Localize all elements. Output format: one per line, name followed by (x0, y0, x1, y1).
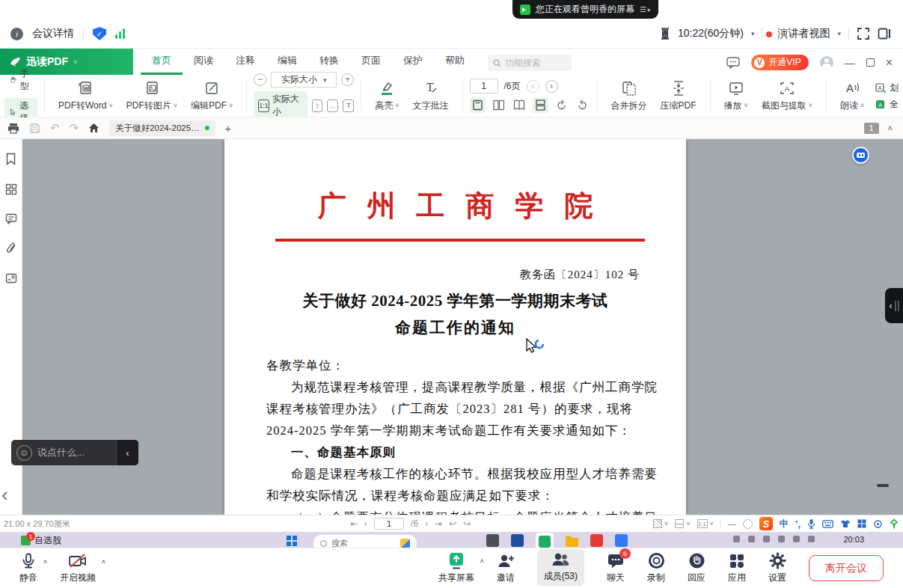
taskbar-app-icon[interactable] (511, 534, 524, 547)
attachment-icon[interactable] (6, 242, 16, 255)
book-view-button[interactable] (512, 97, 527, 113)
ai-assistant-button[interactable] (852, 147, 869, 164)
collapse-chat-button[interactable]: ‹ (116, 440, 138, 465)
play-button[interactable]: 播放˅ (717, 80, 755, 112)
settings-button[interactable]: 设置 (768, 552, 786, 584)
home-button[interactable] (88, 123, 100, 133)
tab-protect[interactable]: 保护 (392, 54, 434, 75)
avatar[interactable] (820, 56, 833, 70)
last-page-button[interactable]: ⇥ (435, 518, 442, 529)
new-tab-button[interactable]: + (224, 122, 231, 135)
share-screen-button[interactable]: ˄ 共享屏幕 (438, 552, 474, 584)
chevron-up-icon[interactable]: ˄ (102, 558, 105, 566)
scroll-indicator[interactable] (877, 484, 889, 487)
ime-skin-icon[interactable] (840, 519, 851, 528)
print-button[interactable] (7, 123, 19, 134)
view-forward-button[interactable]: ↪ (463, 518, 471, 529)
side-panel-icon[interactable] (878, 28, 891, 40)
function-search-input[interactable] (505, 58, 565, 68)
pdf-to-word-button[interactable]: W PDF转Word˅ (52, 80, 120, 112)
view-mode-label[interactable]: 演讲者视图 (777, 27, 830, 40)
two-page-view-button[interactable] (491, 97, 506, 113)
ime-punctuation[interactable]: ’, (795, 518, 801, 530)
page-fit-select[interactable]: ˅ (675, 519, 690, 528)
zoom-level-select[interactable]: 实际大小 ▾ (271, 72, 337, 88)
chat-button[interactable]: 6 聊天 (607, 553, 625, 584)
system-tray[interactable] (733, 536, 815, 542)
taskbar-folder-icon[interactable] (566, 534, 578, 547)
pdf-to-image-button[interactable]: PDF转图片˅ (120, 80, 184, 112)
edit-pdf-button[interactable]: 编辑PDF˅ (184, 80, 239, 112)
members-button[interactable]: 成员(53) (537, 549, 584, 586)
taskbar-app-icon[interactable] (486, 534, 499, 547)
ime-toolbox-icon[interactable] (857, 519, 866, 528)
sogou-ime-icon[interactable]: S (759, 517, 773, 530)
leave-meeting-button[interactable]: 离开会议 (809, 555, 884, 581)
mute-button[interactable]: ˄ 静音 (19, 553, 37, 584)
zoom-in-button[interactable]: + (341, 73, 354, 86)
info-icon[interactable]: i (10, 28, 23, 40)
function-search[interactable] (488, 55, 572, 71)
tab-home[interactable]: 首页 (141, 54, 183, 75)
invite-button[interactable]: 邀请 (497, 553, 515, 584)
taskbar-active-app[interactable] (536, 533, 554, 548)
stock-widget[interactable]: 1 自选股 (21, 534, 61, 547)
minimize-button[interactable]: — (845, 57, 855, 69)
vip-button[interactable]: V 开通VIP (751, 55, 808, 70)
page-number-input[interactable] (470, 79, 498, 94)
ime-keyboard-icon[interactable] (822, 520, 833, 528)
tab-help[interactable]: 帮助 (434, 54, 476, 75)
background-style-select[interactable]: ˅ (653, 519, 668, 528)
signature-image-icon[interactable] (5, 273, 17, 284)
pin-icon[interactable] (890, 518, 899, 529)
fullscreen-icon[interactable] (857, 27, 870, 40)
fit-width-button[interactable]: ‥ (327, 99, 338, 112)
apps-button[interactable]: 应用 (728, 553, 746, 584)
ime-mode-chinese[interactable]: 中 (780, 518, 789, 530)
prev-page-button[interactable]: ‹ (527, 80, 539, 93)
merge-split-button[interactable]: 合并拆分 (604, 80, 654, 112)
zoom-ratio-select[interactable]: 1:1˅ (697, 519, 714, 528)
record-button[interactable]: 录制 (647, 552, 665, 584)
chevron-up-icon[interactable]: ˄ (480, 557, 483, 565)
next-page-button[interactable]: › (425, 518, 428, 529)
rotate-cw-button[interactable] (554, 97, 569, 113)
full-translate-button[interactable]: A 全 (874, 98, 900, 111)
highlight-button[interactable]: 高亮˅ (368, 80, 405, 112)
text-annotation-button[interactable]: T 文字批注 (406, 80, 456, 112)
actual-size-button[interactable]: 1:1 实际大小 (254, 91, 307, 120)
fit-page-button[interactable]: ⦂ (312, 99, 323, 112)
zoom-slider-knob[interactable] (743, 519, 753, 529)
comments-icon[interactable] (5, 213, 17, 224)
tab-read[interactable]: 阅读 (183, 54, 224, 75)
tab-page[interactable]: 页面 (350, 54, 392, 75)
security-shield-icon[interactable]: ✓ (93, 27, 106, 40)
capture-extract-button[interactable]: A 截图与提取˅ (755, 80, 819, 112)
bookmark-icon[interactable] (5, 153, 16, 165)
continuous-view-button[interactable] (533, 97, 548, 113)
prev-page-arrow[interactable]: ‹ (1, 483, 8, 506)
collapse-ribbon-button[interactable]: ˄ (888, 123, 893, 132)
thumbnails-icon[interactable] (5, 183, 17, 195)
compress-pdf-button[interactable]: 压缩PDF (654, 80, 703, 112)
fit-text-button[interactable]: T (343, 99, 354, 112)
read-aloud-button[interactable]: A 朗读˅ (833, 80, 871, 112)
taskbar-search[interactable]: 搜索 (313, 534, 417, 548)
status-page-input[interactable]: 1 (374, 518, 404, 530)
view-back-button[interactable]: ↩ (449, 518, 456, 529)
pdf-viewer[interactable]: 广州工商学院 教务函〔2024〕102 号 关于做好 2024-2025 学年第… (22, 139, 903, 515)
ime-mic-icon[interactable] (807, 518, 815, 529)
save-button[interactable] (29, 123, 40, 134)
caret-down-icon[interactable]: ▾ (837, 30, 841, 37)
meeting-details-label[interactable]: 会议详情 (32, 27, 74, 40)
hand-tool-button[interactable]: 手型 (4, 66, 37, 94)
video-panel-handle[interactable]: ‹ (885, 288, 903, 323)
undo-button[interactable]: ↶ (50, 121, 60, 135)
banner-menu-icon[interactable]: ☰▾ (640, 5, 651, 13)
zoom-out-button[interactable]: — (728, 519, 736, 528)
close-button[interactable]: × (886, 56, 893, 70)
word-translate-button[interactable]: A 划 (874, 82, 900, 94)
caret-down-icon[interactable]: ▾ (751, 30, 755, 37)
taskbar-app-icon[interactable] (615, 534, 628, 547)
rotate-ccw-button[interactable] (575, 97, 590, 113)
